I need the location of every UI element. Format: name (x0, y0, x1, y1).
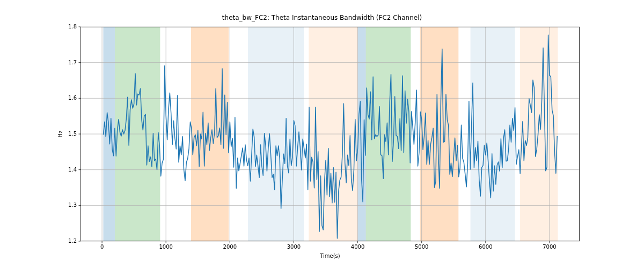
x-tick-label: 0 (100, 244, 104, 250)
figure: theta_bw_FC2: Theta Instantaneous Bandwi… (0, 0, 644, 268)
x-tick-label: 1000 (159, 244, 172, 250)
x-tick-label: 3000 (287, 244, 301, 250)
x-tick-label: 2000 (223, 244, 237, 250)
y-tick-label: 1.2 (68, 238, 77, 244)
axes-area: 010002000300040005000600070001.21.31.41.… (80, 27, 580, 241)
x-tick-label: 6000 (479, 244, 492, 250)
x-tick-label: 4000 (351, 244, 364, 250)
y-tick-label: 1.7 (68, 59, 77, 65)
y-axis-label: Hz (57, 27, 64, 241)
y-tick-label: 1.6 (68, 95, 77, 101)
y-tick-label: 1.3 (68, 202, 77, 208)
chart-svg: 010002000300040005000600070001.21.31.41.… (80, 27, 580, 241)
x-tick-label: 7000 (543, 244, 556, 250)
chart-title: theta_bw_FC2: Theta Instantaneous Bandwi… (0, 14, 644, 21)
y-tick-label: 1.5 (68, 131, 77, 137)
x-axis-label: Time(s) (80, 253, 580, 259)
x-tick-label: 5000 (415, 244, 428, 250)
y-tick-label: 1.8 (68, 24, 77, 29)
y-tick-label: 1.4 (68, 167, 77, 173)
